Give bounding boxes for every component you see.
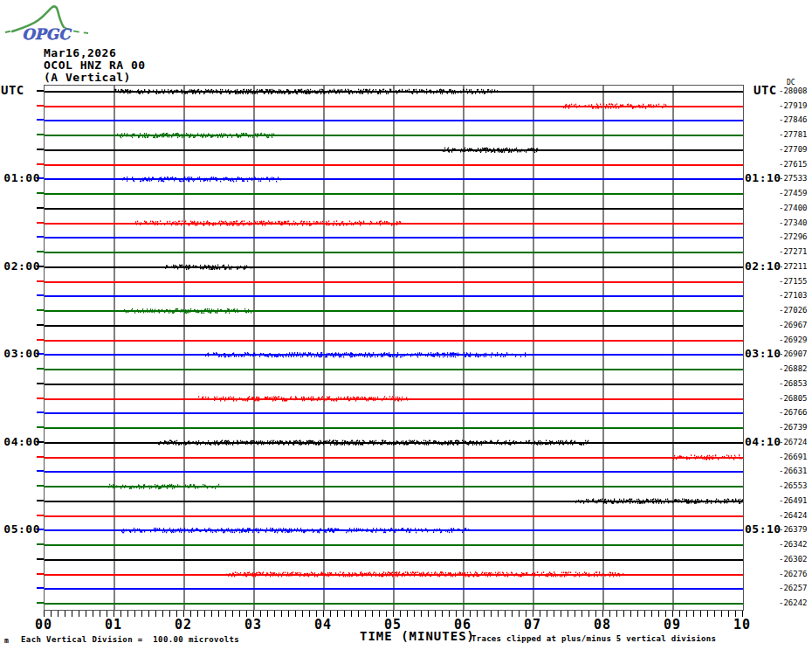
x-tick — [477, 611, 478, 617]
x-tick — [302, 611, 303, 617]
x-tick — [281, 611, 282, 617]
row-tick — [37, 294, 44, 296]
x-tick-label: 02 — [166, 617, 201, 633]
x-tick — [540, 611, 540, 617]
row-tick — [37, 236, 44, 238]
row-tick — [37, 192, 44, 194]
row-tick — [37, 398, 44, 399]
x-tick — [665, 611, 666, 617]
x-tick — [260, 611, 261, 617]
dc-value: -27271 — [779, 247, 808, 256]
title-component: (A Vertical) — [44, 71, 131, 84]
dc-value: -26766 — [779, 408, 808, 417]
x-tick — [616, 611, 617, 617]
x-tick — [428, 611, 429, 617]
x-tick — [44, 611, 45, 617]
x-tick — [630, 611, 631, 617]
x-tick — [295, 611, 296, 617]
x-tick — [274, 611, 275, 617]
x-tick — [449, 611, 450, 617]
x-tick — [547, 611, 547, 617]
x-tick — [309, 611, 310, 617]
row-tick — [37, 105, 44, 107]
x-tick — [456, 611, 457, 617]
row-tick — [37, 280, 44, 282]
dc-value: -26553 — [779, 481, 808, 490]
right-time-label: 03:10 — [745, 348, 781, 360]
row-tick — [37, 90, 44, 92]
x-tick — [658, 611, 659, 617]
x-tick-label: 04 — [306, 617, 341, 633]
dc-value: -26379 — [779, 525, 808, 534]
x-tick — [141, 611, 142, 617]
x-tick — [120, 611, 121, 617]
row-tick — [37, 470, 44, 472]
x-tick — [588, 611, 589, 617]
x-tick — [435, 611, 436, 617]
right-time-label: 01:10 — [745, 172, 781, 184]
x-tick — [372, 611, 373, 617]
dc-value: -26691 — [779, 453, 808, 461]
x-tick — [581, 611, 582, 617]
x-tick — [351, 611, 352, 617]
x-tick — [742, 611, 743, 617]
x-tick — [107, 611, 107, 617]
x-tick — [134, 611, 135, 617]
x-tick — [463, 611, 464, 617]
x-tick — [484, 611, 485, 617]
x-tick — [400, 611, 401, 617]
x-tick — [204, 611, 205, 617]
helicorder-page: OPGC Mar16,2026 OCOL HNZ RA 00 (A Vertic… — [0, 0, 812, 650]
left-time-label: 03:00 — [0, 348, 40, 360]
x-axis-title: TIME (MINUTES) — [360, 629, 475, 643]
row-tick — [37, 426, 44, 428]
dc-value: -28008 — [779, 86, 808, 95]
x-tick — [365, 611, 366, 617]
dc-value: -27026 — [779, 306, 808, 315]
x-tick — [51, 611, 52, 617]
dc-value: -26739 — [779, 423, 808, 432]
row-tick — [37, 149, 44, 150]
x-tick-label: 09 — [655, 617, 690, 633]
x-tick — [358, 611, 359, 617]
title-date: Mar16,2026 — [44, 46, 116, 59]
x-tick — [190, 611, 191, 617]
left-axis-unit-label: UTC — [1, 83, 24, 97]
left-time-label: 01:00 — [0, 172, 40, 184]
x-tick — [169, 611, 170, 617]
x-tick — [609, 611, 610, 617]
x-tick — [686, 611, 687, 617]
row-tick — [37, 251, 44, 252]
x-tick — [421, 611, 422, 617]
row-tick — [37, 383, 44, 384]
dc-value: -26853 — [779, 379, 808, 388]
dc-value: -26302 — [779, 555, 808, 564]
x-tick — [644, 611, 645, 617]
dc-value: -26342 — [779, 540, 808, 549]
x-tick — [211, 611, 212, 617]
row-tick — [37, 587, 44, 589]
right-time-label: 05:10 — [745, 523, 781, 536]
row-tick — [37, 309, 44, 311]
row-tick — [37, 222, 44, 224]
dc-value: -26424 — [779, 511, 808, 520]
logo-text: OPGC — [22, 25, 72, 43]
x-tick — [672, 611, 673, 617]
right-time-label: 02:10 — [745, 260, 781, 273]
clipping-note: Traces clipped at plus/minus 5 vertical … — [471, 634, 716, 643]
x-tick — [693, 611, 694, 617]
x-tick — [735, 611, 736, 617]
x-tick — [288, 611, 289, 617]
x-tick — [197, 611, 198, 617]
dc-value: -26805 — [779, 394, 808, 403]
x-tick — [218, 611, 219, 617]
x-tick — [505, 611, 506, 617]
x-tick — [595, 611, 596, 617]
corner-watermark: m — [4, 637, 9, 645]
vertical-scale-note: Each Vertical Division = 100.00 microvol… — [21, 635, 239, 644]
x-tick — [512, 611, 513, 617]
x-tick-label: 07 — [515, 617, 550, 633]
x-tick — [316, 611, 317, 617]
x-tick — [183, 611, 184, 617]
x-tick — [337, 611, 338, 617]
